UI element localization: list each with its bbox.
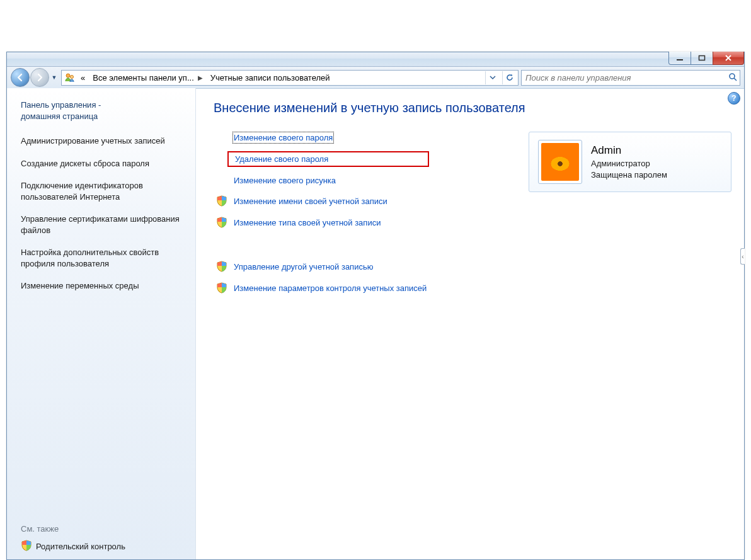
- svg-point-2: [66, 74, 70, 77]
- breadcrumb-overflow[interactable]: «: [78, 71, 88, 84]
- titlebar: [7, 52, 744, 67]
- chevron-down-icon: [490, 74, 496, 81]
- address-bar: ▼ « Все элементы панели уп... ▶: [7, 67, 744, 89]
- breadcrumb-part-1-label: Все элементы панели уп...: [93, 73, 194, 83]
- address-dropdown-button[interactable]: [485, 71, 500, 84]
- arrow-left-icon: [16, 73, 25, 82]
- shield-icon: [21, 540, 32, 553]
- refresh-button[interactable]: [502, 71, 517, 84]
- minimize-icon: [676, 55, 684, 61]
- sidebar-task-5[interactable]: Изменение переменных среды: [21, 280, 181, 292]
- user-role: Администратор: [591, 158, 667, 169]
- sidebar-task-0[interactable]: Администрирование учетных записей: [21, 135, 181, 147]
- shield-icon: [216, 282, 227, 294]
- link-change-type-label: Изменение типа своей учетной записи: [234, 218, 381, 227]
- search-icon: [728, 72, 737, 83]
- address-field[interactable]: « Все элементы панели уп... ▶ Учетные за…: [61, 70, 519, 86]
- link-uac-settings[interactable]: Изменение параметров контроля учетных за…: [214, 281, 429, 295]
- sidebar-task-4[interactable]: Настройка дополнительных свойств профиля…: [21, 247, 181, 269]
- link-manage-other-label: Управление другой учетной записью: [234, 262, 373, 271]
- parental-controls-link[interactable]: Родительский контроль: [21, 540, 181, 553]
- search-input[interactable]: [524, 72, 725, 83]
- home-link-line2: домашняя страница: [21, 111, 98, 121]
- see-also-label: См. также: [21, 524, 181, 534]
- user-card: Admin Администратор Защищена паролем: [529, 132, 731, 192]
- svg-rect-0: [677, 59, 683, 60]
- svg-rect-1: [699, 56, 705, 60]
- link-manage-other[interactable]: Управление другой учетной записью: [214, 260, 429, 273]
- link-remove-password-label: Удаление своего пароля: [235, 154, 328, 164]
- nav-history-dropdown[interactable]: ▼: [50, 69, 59, 86]
- window-body: Панель управления - домашняя страница Ад…: [7, 88, 744, 559]
- link-remove-password[interactable]: Удаление своего пароля: [227, 151, 429, 167]
- avatar: [538, 140, 582, 184]
- svg-point-4: [730, 74, 735, 79]
- sidebar-task-1[interactable]: Создание дискеты сброса пароля: [21, 158, 181, 169]
- refresh-icon: [505, 73, 514, 82]
- close-icon: [724, 54, 733, 62]
- user-info: Admin Администратор Защищена паролем: [591, 143, 667, 181]
- arrow-right-icon: [35, 73, 44, 82]
- parental-controls-label: Родительский контроль: [36, 542, 125, 551]
- link-change-picture-label: Изменение своего рисунка: [234, 176, 336, 185]
- main-row: Изменение своего пароля Удаление своего …: [214, 132, 731, 295]
- link-change-password[interactable]: Изменение своего пароля: [231, 132, 429, 144]
- user-status: Защищена паролем: [591, 169, 667, 181]
- content-area: ? Внесение изменений в учетную запись по…: [196, 88, 744, 559]
- collapse-handle[interactable]: ‹: [740, 248, 745, 265]
- shield-icon: [216, 261, 227, 272]
- link-change-name-label: Изменение имени своей учетной записи: [234, 197, 387, 206]
- back-button[interactable]: [11, 68, 30, 87]
- close-button[interactable]: [713, 52, 744, 65]
- home-link-line1: Панель управления -: [21, 100, 101, 110]
- sidebar: Панель управления - домашняя страница Ад…: [7, 88, 196, 559]
- avatar-image: [541, 143, 579, 181]
- page-heading: Внесение изменений в учетную запись поль…: [214, 101, 731, 115]
- sidebar-task-3[interactable]: Управление сертификатами шифрования файл…: [21, 214, 181, 236]
- window: ▼ « Все элементы панели уп... ▶: [6, 52, 745, 560]
- link-change-type[interactable]: Изменение типа своей учетной записи: [214, 215, 429, 229]
- maximize-icon: [698, 55, 706, 61]
- shield-icon: [216, 195, 227, 207]
- breadcrumb-part-2[interactable]: Учетные записи пользователей: [208, 71, 333, 84]
- maximize-button[interactable]: [691, 52, 713, 65]
- help-button[interactable]: ?: [728, 92, 740, 105]
- svg-point-3: [71, 76, 74, 79]
- chevron-left-icon: ‹: [742, 253, 743, 260]
- link-uac-settings-label: Изменение параметров контроля учетных за…: [234, 283, 427, 293]
- minimize-button[interactable]: [668, 52, 691, 65]
- nav-arrows: ▼: [11, 68, 59, 87]
- account-actions: Изменение своего пароля Удаление своего …: [231, 132, 429, 295]
- sidebar-task-2[interactable]: Подключение идентификаторов пользователе…: [21, 180, 181, 202]
- user-accounts-icon: [64, 72, 76, 83]
- breadcrumb-part-2-label: Учетные записи пользователей: [210, 73, 330, 83]
- breadcrumb-part-1[interactable]: Все элементы панели уп... ▶: [90, 71, 205, 84]
- link-change-name[interactable]: Изменение имени своей учетной записи: [214, 194, 429, 208]
- link-change-picture[interactable]: Изменение своего рисунка: [231, 174, 429, 186]
- forward-button[interactable]: [30, 68, 49, 87]
- search-box[interactable]: [521, 70, 740, 86]
- link-change-password-label: Изменение своего пароля: [234, 133, 333, 142]
- shield-icon: [216, 217, 227, 228]
- window-controls: [669, 52, 744, 65]
- user-name: Admin: [591, 143, 667, 158]
- chevron-right-icon: ▶: [198, 74, 203, 81]
- control-panel-home-link[interactable]: Панель управления - домашняя страница: [21, 100, 181, 122]
